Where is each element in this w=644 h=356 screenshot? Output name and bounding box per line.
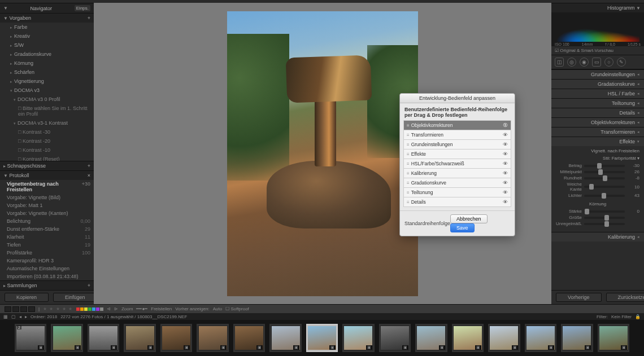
slider-track[interactable] (584, 195, 625, 197)
preset-item[interactable]: □ Kontrast -10 (0, 146, 94, 155)
redeye-tool-icon[interactable]: ◉ (580, 58, 589, 67)
filmstrip-thumb[interactable]: ▣ (415, 324, 447, 352)
slider-thumb[interactable] (589, 184, 594, 190)
history-step[interactable]: Profilstärke100 (0, 249, 94, 257)
panel-order-item[interactable]: ≡Grundeinstellungen👁 (403, 139, 511, 149)
slider-track[interactable] (584, 210, 625, 213)
slider-track[interactable] (584, 223, 625, 225)
docma-root[interactable]: ▾DOCMA v3 (0, 86, 94, 95)
docma-profil[interactable]: ▾DOCMA v3 0 Profil (0, 95, 94, 104)
clear-icon[interactable]: × (88, 173, 90, 178)
preset-item[interactable]: □ Kontrast (Reset) (0, 155, 94, 161)
eye-icon[interactable]: 👁 (503, 161, 508, 166)
slider-track[interactable] (584, 217, 625, 219)
panel-order-item[interactable]: ≡Details👁 (403, 197, 511, 207)
default-order-link[interactable]: Standardreihenfolge (404, 221, 450, 226)
eye-icon[interactable]: 👁 (503, 199, 508, 205)
eye-icon[interactable]: ⦿ (503, 122, 508, 128)
develop-section[interactable]: HSL / Farbe◂ (551, 89, 644, 98)
color-chip[interactable] (80, 307, 84, 311)
filmstrip-thumb[interactable]: ▣ (233, 324, 265, 352)
eye-icon[interactable]: 👁 (503, 190, 508, 195)
filmstrip[interactable]: 2▣▣▣▣▣▣▣▣▣▣▣▣▣▣▣▣▣ (0, 320, 644, 356)
filter-lock-icon[interactable]: 🔒 (635, 314, 641, 319)
slider-thumb[interactable] (585, 209, 589, 214)
nav-prev-icon[interactable]: ⊲ (107, 306, 111, 311)
history-step[interactable]: Tiefen19 (0, 241, 94, 249)
plus-icon[interactable]: + (88, 15, 90, 21)
preset-group[interactable]: ▸S/W (0, 41, 94, 50)
gradient-tool-icon[interactable]: ▭ (592, 58, 601, 67)
filmstrip-thumb[interactable]: ▣ (452, 324, 484, 352)
filmstrip-thumb[interactable]: 2▣ (15, 324, 46, 352)
radial-tool-icon[interactable]: ○ (604, 58, 613, 67)
eye-icon[interactable]: 👁 (503, 170, 508, 176)
docma-kontrast[interactable]: ▾DOCMA v3-1 Kontrast (0, 118, 94, 128)
color-chip[interactable] (96, 307, 99, 311)
nav-back-icon[interactable]: ◂ (19, 314, 21, 319)
develop-section[interactable]: Objektivkorrekturen◂ (551, 117, 644, 127)
filmstrip-thumb[interactable]: ▣ (124, 324, 155, 352)
slider-track[interactable] (584, 177, 625, 179)
secondary-display-icon[interactable]: ▢ (11, 314, 16, 319)
paste-button[interactable]: Einfügen (53, 293, 94, 302)
history-step[interactable]: Vorgabe: Matt 1 (0, 201, 94, 209)
drag-grip-icon[interactable]: ≡ (407, 133, 409, 138)
slider-track[interactable] (584, 165, 625, 167)
drag-grip-icon[interactable]: ≡ (407, 190, 409, 195)
color-chip[interactable] (100, 307, 103, 311)
filmstrip-thumb[interactable]: ▣ (51, 324, 82, 352)
plus-icon[interactable]: + (88, 283, 90, 288)
preset-sharpen[interactable]: ▸Schärfen (0, 68, 94, 77)
history-step[interactable]: Automatische Einstellungen (0, 265, 94, 273)
preset-group[interactable]: ▸Kreativ (0, 32, 94, 41)
history-step[interactable]: Belichtung0,00 (0, 217, 94, 225)
filmstrip-thumb[interactable]: ▣ (379, 324, 411, 352)
eye-icon[interactable]: 👁 (503, 132, 508, 138)
panel-order-item[interactable]: ≡Objektivkorrekturen⦿ (403, 120, 511, 130)
nav-fwd-icon[interactable]: ▸ (25, 314, 27, 319)
preset-group[interactable]: ▸Farbe (0, 23, 94, 32)
eye-icon[interactable]: 👁 (503, 180, 508, 186)
snapshots-header[interactable]: ▸ Schnappschüsse + (0, 161, 94, 170)
history-step[interactable]: Dunst entfernen-Stärke29 (0, 225, 94, 233)
filmstrip-thumb[interactable]: ▣ (525, 324, 556, 352)
panel-order-item[interactable]: ≡Effekte👁 (403, 149, 511, 159)
drag-grip-icon[interactable]: ≡ (407, 152, 409, 157)
drag-grip-icon[interactable]: ≡ (407, 200, 409, 205)
view-mode-icons[interactable] (5, 306, 35, 312)
filter-value[interactable]: Kein Filter (611, 314, 632, 319)
preset-vignette[interactable]: ▸Vignettierung (0, 77, 94, 86)
collections-header[interactable]: ▸ Sammlungen + (0, 280, 94, 290)
filmstrip-thumb[interactable]: ▣ (160, 324, 192, 352)
navigator-header[interactable]: ▼ Navigator Einps. (0, 3, 94, 13)
presets-header[interactable]: ▼ Vorgaben + (0, 13, 94, 23)
histogram[interactable]: ISO 10014mmf / 8,01/125 s (551, 12, 644, 46)
slider-thumb[interactable] (604, 221, 609, 227)
color-chip[interactable] (92, 307, 95, 311)
panel-order-item[interactable]: ≡Transformieren👁 (403, 130, 511, 139)
nav-next-icon[interactable]: ⊳ (114, 306, 118, 311)
cancel-button[interactable]: Abbrechen (450, 214, 488, 223)
preset-grain[interactable]: ▸Körnung (0, 59, 94, 68)
develop-section[interactable]: Grundeinstellungen◂ (551, 69, 644, 79)
brush-tool-icon[interactable]: ✎ (617, 58, 626, 67)
filmstrip-thumb[interactable]: ▣ (598, 324, 629, 352)
slider-thumb[interactable] (597, 163, 602, 169)
section-calibration[interactable]: Kalibrierung◂ (551, 232, 644, 241)
drag-grip-icon[interactable]: ≡ (407, 142, 409, 147)
filmstrip-thumb[interactable]: ▣ (561, 324, 593, 352)
drag-grip-icon[interactable]: ≡ (407, 161, 409, 166)
history-step[interactable]: Vorgabe: Vignette (Bild) (0, 194, 94, 201)
eye-icon[interactable]: 👁 (503, 142, 508, 147)
slider-thumb[interactable] (603, 175, 607, 181)
preset-item[interactable]: □ Kontrast -20 (0, 137, 94, 146)
develop-section[interactable]: Teiltonung◂ (551, 98, 644, 108)
slider-track[interactable] (584, 171, 625, 173)
panel-order-item[interactable]: ≡Teiltonung👁 (403, 187, 511, 197)
slider-thumb[interactable] (598, 169, 603, 175)
crop-tool-icon[interactable]: ◫ (555, 58, 564, 67)
vignette-style-select[interactable]: Stil: Farbpriorität ▾ (556, 156, 639, 161)
panel-order-item[interactable]: ≡Kalibrierung👁 (403, 168, 511, 178)
slider-thumb[interactable] (602, 193, 606, 199)
